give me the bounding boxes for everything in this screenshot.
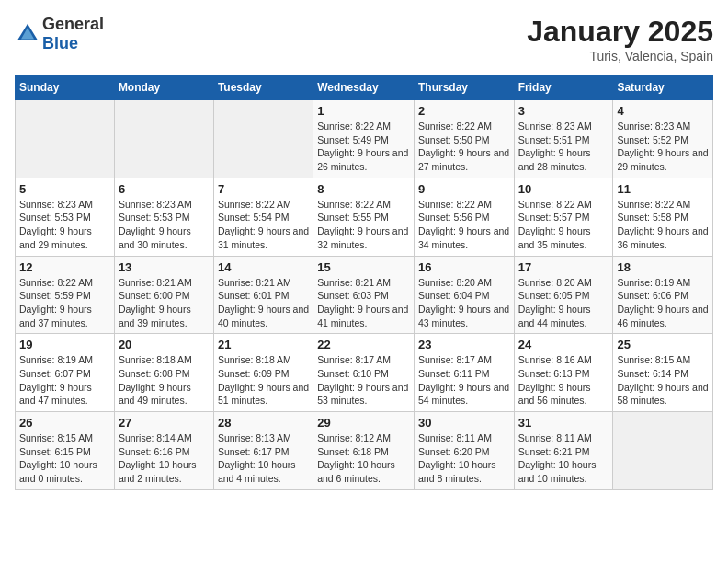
calendar-cell: 29Sunrise: 8:12 AM Sunset: 6:18 PM Dayli… bbox=[313, 412, 415, 490]
cell-info: Sunrise: 8:11 AM Sunset: 6:21 PM Dayligh… bbox=[518, 431, 609, 486]
cell-info: Sunrise: 8:14 AM Sunset: 6:16 PM Dayligh… bbox=[119, 431, 210, 486]
header-cell-saturday: Saturday bbox=[613, 75, 713, 100]
day-number: 13 bbox=[119, 260, 210, 274]
day-number: 19 bbox=[19, 338, 110, 351]
day-number: 7 bbox=[218, 182, 309, 196]
calendar-cell: 4Sunrise: 8:23 AM Sunset: 5:52 PM Daylig… bbox=[613, 100, 713, 178]
day-number: 9 bbox=[418, 182, 510, 196]
day-number: 11 bbox=[617, 182, 709, 196]
logo-icon bbox=[15, 21, 40, 47]
cell-info: Sunrise: 8:22 AM Sunset: 5:57 PM Dayligh… bbox=[518, 198, 609, 252]
calendar-cell: 12Sunrise: 8:22 AM Sunset: 5:59 PM Dayli… bbox=[16, 256, 115, 334]
day-number: 30 bbox=[418, 416, 510, 430]
day-number: 14 bbox=[218, 260, 309, 274]
calendar-cell: 8Sunrise: 8:22 AM Sunset: 5:55 PM Daylig… bbox=[313, 178, 415, 256]
cell-info: Sunrise: 8:22 AM Sunset: 5:55 PM Dayligh… bbox=[317, 198, 410, 252]
cell-info: Sunrise: 8:21 AM Sunset: 6:03 PM Dayligh… bbox=[317, 276, 410, 330]
calendar-cell: 19Sunrise: 8:19 AM Sunset: 6:07 PM Dayli… bbox=[16, 334, 115, 412]
cell-info: Sunrise: 8:23 AM Sunset: 5:51 PM Dayligh… bbox=[518, 120, 609, 174]
cell-info: Sunrise: 8:15 AM Sunset: 6:14 PM Dayligh… bbox=[617, 353, 709, 408]
day-number: 31 bbox=[518, 416, 609, 430]
day-number: 10 bbox=[518, 182, 609, 196]
cell-info: Sunrise: 8:22 AM Sunset: 5:56 PM Dayligh… bbox=[418, 198, 510, 252]
day-number: 17 bbox=[518, 260, 609, 274]
calendar-week-1: 1Sunrise: 8:22 AM Sunset: 5:49 PM Daylig… bbox=[16, 100, 713, 178]
calendar-cell: 11Sunrise: 8:22 AM Sunset: 5:58 PM Dayli… bbox=[613, 178, 713, 256]
cell-info: Sunrise: 8:22 AM Sunset: 5:59 PM Dayligh… bbox=[19, 276, 110, 330]
cell-info: Sunrise: 8:19 AM Sunset: 6:06 PM Dayligh… bbox=[617, 276, 709, 330]
calendar-cell bbox=[613, 412, 713, 490]
location-title: Turis, Valencia, Spain bbox=[527, 49, 713, 63]
calendar-cell bbox=[16, 100, 115, 178]
cell-info: Sunrise: 8:18 AM Sunset: 6:09 PM Dayligh… bbox=[218, 353, 309, 408]
day-number: 23 bbox=[418, 338, 510, 351]
calendar-cell: 7Sunrise: 8:22 AM Sunset: 5:54 PM Daylig… bbox=[213, 178, 313, 256]
calendar-cell bbox=[114, 100, 213, 178]
day-number: 5 bbox=[19, 182, 110, 196]
calendar-cell: 16Sunrise: 8:20 AM Sunset: 6:04 PM Dayli… bbox=[414, 256, 514, 334]
calendar-week-3: 12Sunrise: 8:22 AM Sunset: 5:59 PM Dayli… bbox=[16, 256, 713, 334]
calendar-cell: 31Sunrise: 8:11 AM Sunset: 6:21 PM Dayli… bbox=[514, 412, 613, 490]
header-row: SundayMondayTuesdayWednesdayThursdayFrid… bbox=[16, 75, 713, 100]
cell-info: Sunrise: 8:17 AM Sunset: 6:11 PM Dayligh… bbox=[418, 353, 510, 408]
calendar-cell: 22Sunrise: 8:17 AM Sunset: 6:10 PM Dayli… bbox=[313, 334, 415, 412]
header-cell-wednesday: Wednesday bbox=[313, 75, 415, 100]
day-number: 4 bbox=[617, 104, 709, 118]
title-block: January 2025 Turis, Valencia, Spain bbox=[527, 15, 713, 63]
calendar-cell: 18Sunrise: 8:19 AM Sunset: 6:06 PM Dayli… bbox=[613, 256, 713, 334]
calendar-cell: 3Sunrise: 8:23 AM Sunset: 5:51 PM Daylig… bbox=[514, 100, 613, 178]
calendar-cell: 5Sunrise: 8:23 AM Sunset: 5:53 PM Daylig… bbox=[16, 178, 115, 256]
day-number: 16 bbox=[418, 260, 510, 274]
calendar-cell: 25Sunrise: 8:15 AM Sunset: 6:14 PM Dayli… bbox=[613, 334, 713, 412]
calendar-cell: 20Sunrise: 8:18 AM Sunset: 6:08 PM Dayli… bbox=[114, 334, 213, 412]
header-cell-sunday: Sunday bbox=[16, 75, 115, 100]
day-number: 15 bbox=[317, 260, 410, 274]
calendar-cell: 17Sunrise: 8:20 AM Sunset: 6:05 PM Dayli… bbox=[514, 256, 613, 334]
calendar-cell: 27Sunrise: 8:14 AM Sunset: 6:16 PM Dayli… bbox=[114, 412, 213, 490]
day-number: 6 bbox=[119, 182, 210, 196]
logo: General Blue bbox=[15, 15, 104, 53]
cell-info: Sunrise: 8:17 AM Sunset: 6:10 PM Dayligh… bbox=[317, 353, 410, 408]
cell-info: Sunrise: 8:22 AM Sunset: 5:54 PM Dayligh… bbox=[218, 198, 309, 252]
cell-info: Sunrise: 8:18 AM Sunset: 6:08 PM Dayligh… bbox=[119, 353, 210, 408]
day-number: 20 bbox=[119, 338, 210, 351]
calendar-cell: 14Sunrise: 8:21 AM Sunset: 6:01 PM Dayli… bbox=[213, 256, 313, 334]
cell-info: Sunrise: 8:12 AM Sunset: 6:18 PM Dayligh… bbox=[317, 431, 410, 486]
day-number: 22 bbox=[317, 338, 410, 351]
calendar-cell: 30Sunrise: 8:11 AM Sunset: 6:20 PM Dayli… bbox=[414, 412, 514, 490]
header-cell-friday: Friday bbox=[514, 75, 613, 100]
day-number: 8 bbox=[317, 182, 410, 196]
calendar-cell: 28Sunrise: 8:13 AM Sunset: 6:17 PM Dayli… bbox=[213, 412, 313, 490]
cell-info: Sunrise: 8:21 AM Sunset: 6:00 PM Dayligh… bbox=[119, 276, 210, 330]
day-number: 25 bbox=[617, 338, 709, 351]
calendar-week-4: 19Sunrise: 8:19 AM Sunset: 6:07 PM Dayli… bbox=[16, 334, 713, 412]
header-cell-thursday: Thursday bbox=[414, 75, 514, 100]
cell-info: Sunrise: 8:20 AM Sunset: 6:05 PM Dayligh… bbox=[518, 276, 609, 330]
calendar-cell: 9Sunrise: 8:22 AM Sunset: 5:56 PM Daylig… bbox=[414, 178, 514, 256]
day-number: 3 bbox=[518, 104, 609, 118]
logo-blue-text: Blue bbox=[42, 34, 78, 52]
cell-info: Sunrise: 8:13 AM Sunset: 6:17 PM Dayligh… bbox=[218, 431, 309, 486]
cell-info: Sunrise: 8:16 AM Sunset: 6:13 PM Dayligh… bbox=[518, 353, 609, 408]
calendar-week-5: 26Sunrise: 8:15 AM Sunset: 6:15 PM Dayli… bbox=[16, 412, 713, 490]
header-cell-monday: Monday bbox=[114, 75, 213, 100]
calendar-cell bbox=[213, 100, 313, 178]
day-number: 26 bbox=[19, 416, 110, 430]
cell-info: Sunrise: 8:19 AM Sunset: 6:07 PM Dayligh… bbox=[19, 353, 110, 408]
cell-info: Sunrise: 8:20 AM Sunset: 6:04 PM Dayligh… bbox=[418, 276, 510, 330]
calendar-cell: 26Sunrise: 8:15 AM Sunset: 6:15 PM Dayli… bbox=[16, 412, 115, 490]
day-number: 1 bbox=[317, 104, 410, 118]
calendar-cell: 10Sunrise: 8:22 AM Sunset: 5:57 PM Dayli… bbox=[514, 178, 613, 256]
day-number: 29 bbox=[317, 416, 410, 430]
month-title: January 2025 bbox=[527, 15, 713, 49]
calendar-header: SundayMondayTuesdayWednesdayThursdayFrid… bbox=[16, 75, 713, 100]
calendar-cell: 6Sunrise: 8:23 AM Sunset: 5:53 PM Daylig… bbox=[114, 178, 213, 256]
day-number: 28 bbox=[218, 416, 309, 430]
calendar-cell: 1Sunrise: 8:22 AM Sunset: 5:49 PM Daylig… bbox=[313, 100, 415, 178]
calendar-cell: 2Sunrise: 8:22 AM Sunset: 5:50 PM Daylig… bbox=[414, 100, 514, 178]
cell-info: Sunrise: 8:23 AM Sunset: 5:53 PM Dayligh… bbox=[119, 198, 210, 252]
day-number: 18 bbox=[617, 260, 709, 274]
cell-info: Sunrise: 8:23 AM Sunset: 5:52 PM Dayligh… bbox=[617, 120, 709, 174]
calendar-cell: 13Sunrise: 8:21 AM Sunset: 6:00 PM Dayli… bbox=[114, 256, 213, 334]
cell-info: Sunrise: 8:15 AM Sunset: 6:15 PM Dayligh… bbox=[19, 431, 110, 486]
